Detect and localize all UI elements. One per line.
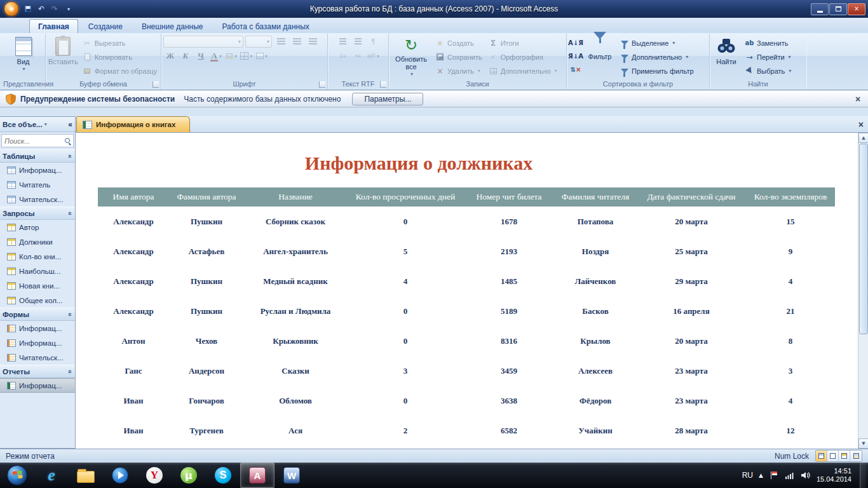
minimize-button[interactable] [811,3,829,15]
select-button[interactable]: Выбрать▾ [742,64,794,78]
nav-item-table[interactable]: Читатель [0,177,75,192]
bold-button[interactable]: Ж [163,50,177,62]
taskbar-item-word[interactable]: W [275,463,309,488]
italic-button[interactable]: К [179,50,193,62]
layout-view-button[interactable] [839,451,850,461]
taskbar-item-yandex-browser[interactable]: Y [137,463,172,488]
create-record-button[interactable]: ★ Создать [433,36,485,50]
taskbar-item-utorrent[interactable]: µ [172,463,206,488]
nav-item-query[interactable]: Автор [0,220,75,234]
advanced-filter-button[interactable]: Дополнительно▾ [617,50,696,64]
taskbar-item-media-player[interactable] [103,463,137,488]
taskbar-item-skype[interactable]: S [206,463,240,488]
selection-button[interactable]: Выделение▾ [617,36,696,50]
refresh-all-button[interactable]: ↻ Обновить все▾ [391,35,431,79]
dialog-launcher-icon[interactable] [380,81,386,88]
tab-home[interactable]: Главная [29,19,78,33]
report-view-button[interactable] [816,451,827,461]
tab-external-data[interactable]: Внешние данные [133,19,212,33]
align-left-icon[interactable] [274,35,288,48]
nav-item-table[interactable]: Читательск... [0,192,75,207]
search-icon[interactable] [64,137,71,144]
nav-item-form[interactable]: Информац... [0,321,75,336]
nav-item-query[interactable]: Кол-во кни... [0,249,75,264]
fill-color-button[interactable]: ▾ [224,50,238,62]
format-painter-button[interactable]: Формат по образцу [80,64,160,78]
font-size-combo[interactable]: ▾ [245,36,272,48]
save-icon[interactable] [22,4,34,15]
nav-pane-header[interactable]: Все объе...▾ « [0,117,75,132]
search-input[interactable] [2,136,64,146]
taskbar-item-explorer[interactable] [69,463,103,488]
font-family-combo[interactable]: ▾ [163,36,243,48]
bullet-list-icon[interactable]: •≡ [351,50,365,62]
document-tab[interactable]: Информация о книгах [76,116,190,132]
indent-increase-icon[interactable] [351,35,365,48]
underline-button[interactable]: Ч [194,50,208,62]
office-button[interactable] [4,1,19,17]
taskbar-item-access-active[interactable]: A [240,463,275,488]
direction-icon[interactable]: ¶ [367,35,381,48]
scroll-up-icon[interactable]: ▲ [858,133,868,143]
scroll-down-icon[interactable]: ▼ [858,438,868,449]
nav-item-report-selected[interactable]: Информац... [0,378,75,393]
tab-database-tools[interactable]: Работа с базами данных [213,19,318,33]
language-indicator[interactable]: RU [742,471,753,480]
clear-sort-icon[interactable]: ⇅× [569,63,583,76]
security-options-button[interactable]: Параметры... [352,93,423,105]
close-button[interactable]: × [848,3,865,15]
nav-header-dropdown-icon[interactable]: ▾ [44,121,47,127]
nav-item-table[interactable]: Информац... [0,163,75,177]
gridlines-button[interactable]: ▾ [240,50,254,62]
numbered-list-icon[interactable]: 1≡ [336,50,350,62]
text-highlight-icon[interactable]: аб²▾ [367,50,381,62]
nav-item-form[interactable]: Читательск... [0,350,75,365]
nav-collapse-icon[interactable]: « [68,120,72,129]
security-bar-close-icon[interactable]: × [853,94,863,104]
find-button[interactable]: Найти [712,35,741,66]
dialog-launcher-icon[interactable] [153,81,159,88]
delete-record-button[interactable]: × Удалить▾ [433,64,485,78]
indent-decrease-icon[interactable] [336,35,350,48]
design-view-button[interactable] [850,451,862,461]
spelling-button[interactable]: ✓ Орфография [486,50,560,64]
document-close-icon[interactable]: × [858,119,864,130]
alternate-fill-button[interactable]: ▾ [255,50,269,62]
nav-section-forms[interactable]: Формы» [0,308,75,321]
nav-item-query[interactable]: Наибольш... [0,264,75,278]
nav-section-queries[interactable]: Запросы» [0,207,75,220]
copy-button[interactable]: Копировать [80,50,160,64]
tray-clock[interactable]: 14:51 15.04.2014 [817,467,854,484]
replace-button[interactable]: ab Заменить [742,36,794,50]
network-icon[interactable] [785,470,795,480]
vertical-scrollbar[interactable]: ▲ ▼ [858,133,868,449]
tray-expand-icon[interactable]: ▲ [759,472,763,478]
nav-section-tables[interactable]: Таблицы» [0,149,75,163]
redo-icon[interactable]: ↷ [49,4,60,15]
qat-customize-icon[interactable]: ▾ [62,4,74,15]
sort-descending-icon[interactable]: Я↓А [569,50,583,62]
action-center-flag-icon[interactable] [769,470,779,480]
nav-item-form[interactable]: Информац... [0,336,75,350]
totals-button[interactable]: Σ Итоги [486,36,560,50]
start-button[interactable] [0,463,34,488]
goto-button[interactable]: → Перейти▾ [742,50,794,64]
dialog-launcher-icon[interactable] [319,81,325,88]
view-button[interactable]: Вид▾ [5,35,42,74]
tab-create[interactable]: Создание [79,19,132,33]
toggle-filter-button[interactable]: Применить фильтр [617,64,696,78]
volume-icon[interactable] [801,470,811,480]
show-desktop-button[interactable] [860,463,867,488]
sort-ascending-icon[interactable]: А↓Я [569,36,583,49]
nav-item-query[interactable]: Новая кни... [0,278,75,293]
save-record-button[interactable]: Сохранить [433,50,485,64]
nav-item-query[interactable]: Общее кол... [0,293,75,308]
taskbar-item-internet-explorer[interactable]: e [34,463,69,488]
scrollbar-thumb[interactable] [859,144,868,334]
records-more-button[interactable]: Дополнительно▾ [486,64,560,78]
maximize-button[interactable] [829,3,847,15]
align-right-icon[interactable] [306,35,320,48]
paste-button[interactable]: Вставить [48,35,79,66]
font-color-button[interactable]: А▾ [209,50,223,62]
nav-section-reports[interactable]: Отчеты» [0,365,75,378]
